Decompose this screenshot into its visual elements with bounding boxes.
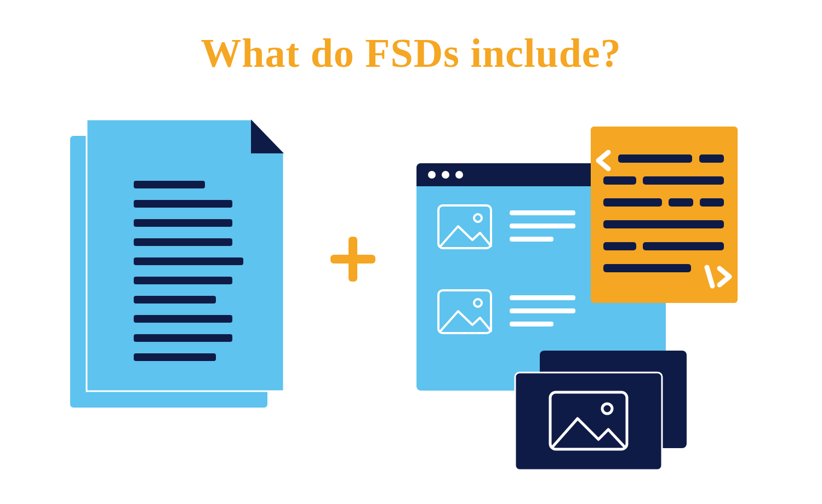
- svg-rect-22: [510, 224, 575, 228]
- svg-rect-21: [510, 210, 575, 215]
- svg-rect-40: [603, 264, 691, 272]
- svg-rect-7: [134, 296, 216, 303]
- svg-rect-5: [134, 257, 243, 265]
- svg-rect-32: [603, 176, 636, 185]
- svg-rect-42: [515, 373, 662, 470]
- plus-icon: [330, 237, 375, 282]
- svg-rect-9: [134, 334, 232, 342]
- svg-point-17: [442, 171, 449, 179]
- svg-rect-23: [510, 237, 553, 242]
- svg-rect-10: [134, 353, 216, 361]
- svg-rect-8: [134, 315, 232, 323]
- documents-stack-icon: [70, 119, 284, 408]
- svg-rect-35: [669, 198, 693, 207]
- svg-rect-36: [700, 198, 724, 207]
- svg-rect-38: [603, 242, 636, 250]
- diagram-canvas: [0, 0, 822, 504]
- svg-rect-39: [643, 242, 724, 250]
- svg-rect-31: [699, 154, 724, 163]
- svg-rect-12: [330, 255, 375, 264]
- svg-rect-4: [134, 238, 232, 246]
- code-panel-icon: [591, 127, 738, 303]
- svg-rect-3: [134, 219, 232, 227]
- svg-rect-29: [591, 127, 738, 303]
- svg-rect-33: [643, 176, 724, 185]
- svg-point-18: [455, 171, 463, 179]
- svg-rect-1: [134, 181, 205, 188]
- svg-rect-28: [510, 322, 553, 327]
- svg-rect-6: [134, 277, 232, 284]
- svg-rect-30: [618, 154, 692, 163]
- image-card-stack-icon: [515, 351, 687, 470]
- svg-point-16: [428, 171, 436, 179]
- svg-rect-26: [510, 295, 575, 300]
- svg-rect-27: [510, 308, 575, 313]
- svg-rect-37: [603, 220, 724, 228]
- svg-rect-2: [134, 200, 232, 208]
- svg-rect-34: [603, 198, 662, 207]
